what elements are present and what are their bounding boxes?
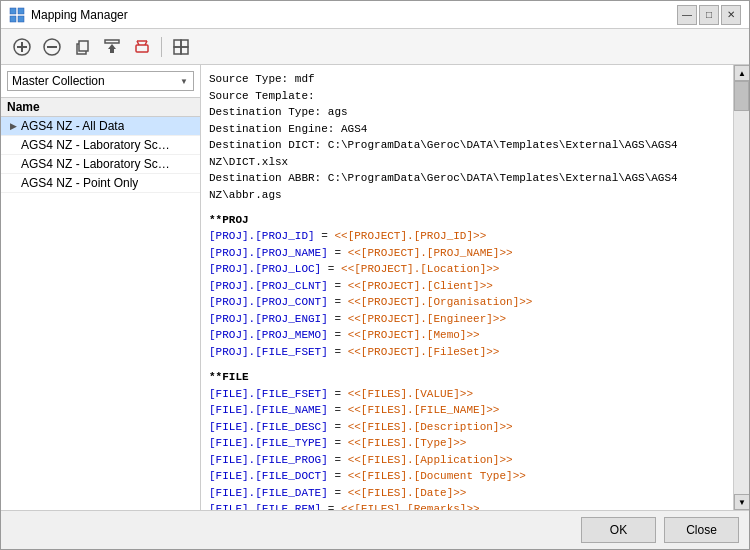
svg-rect-0 bbox=[10, 8, 16, 14]
footer: OK Close bbox=[1, 510, 749, 549]
mapping-eq: = bbox=[328, 454, 348, 466]
mapping-eq: = bbox=[328, 296, 348, 308]
content-line: [FILE].[FILE_FSET] = <<[FILES].[VALUE]>> bbox=[209, 386, 725, 403]
add-icon bbox=[13, 38, 31, 56]
mapping-val: <<[PROJECT].[Location]>> bbox=[341, 263, 499, 275]
scrollbar-thumb[interactable] bbox=[734, 81, 749, 111]
scrollbar-up-button[interactable]: ▲ bbox=[734, 65, 749, 81]
mapping-key: [FILE].[FILE_DATE] bbox=[209, 487, 328, 499]
tree-item-label: AGS4 NZ - Laboratory Sche... bbox=[21, 138, 171, 152]
tree-header-label: Name bbox=[7, 100, 40, 114]
import-button[interactable] bbox=[99, 34, 125, 60]
tree-expand-icon bbox=[7, 158, 19, 170]
title-bar-left: Mapping Manager bbox=[9, 7, 128, 23]
mapping-key: [PROJ].[PROJ_CONT] bbox=[209, 296, 328, 308]
ok-button[interactable]: OK bbox=[581, 517, 656, 543]
svg-rect-18 bbox=[174, 40, 181, 47]
tree-expand-icon bbox=[7, 177, 19, 189]
remove-button[interactable] bbox=[39, 34, 65, 60]
mapping-eq: = bbox=[328, 487, 348, 499]
svg-rect-1 bbox=[18, 8, 24, 14]
export-button[interactable] bbox=[168, 34, 194, 60]
mapping-val: <<[FILES].[VALUE]>> bbox=[348, 388, 473, 400]
content-line: [FILE].[FILE_DESC] = <<[FILES].[Descript… bbox=[209, 419, 725, 436]
mapping-key: [FILE].[FILE_NAME] bbox=[209, 404, 328, 416]
mapping-key: [FILE].[FILE_TYPE] bbox=[209, 437, 328, 449]
content-line: [PROJ].[PROJ_LOC] = <<[PROJECT].[Locatio… bbox=[209, 261, 725, 278]
content-line: [FILE].[FILE_NAME] = <<[FILES].[FILE_NAM… bbox=[209, 402, 725, 419]
mapping-val: <<[FILES].[Description]>> bbox=[348, 421, 513, 433]
tree-header: Name bbox=[1, 98, 200, 117]
mapping-val: <<[FILES].[Type]>> bbox=[348, 437, 467, 449]
collection-select-wrapper: Master Collection bbox=[7, 71, 194, 91]
mapping-val: <<[PROJECT].[PROJ_ID]>> bbox=[334, 230, 486, 242]
add-button[interactable] bbox=[9, 34, 35, 60]
tree-item[interactable]: AGS4 NZ - Laboratory Sche... bbox=[1, 136, 200, 155]
mapping-key: [PROJ].[FILE_FSET] bbox=[209, 346, 328, 358]
mapping-val: <<[PROJECT].[Client]>> bbox=[348, 280, 493, 292]
clear-button[interactable] bbox=[129, 34, 155, 60]
svg-marker-12 bbox=[108, 44, 116, 49]
mapping-eq: = bbox=[328, 329, 348, 341]
mapping-eq: = bbox=[315, 230, 335, 242]
content-line: Source Type: mdf bbox=[209, 71, 725, 88]
svg-rect-21 bbox=[181, 47, 188, 54]
maximize-button[interactable]: □ bbox=[699, 5, 719, 25]
tree-item[interactable]: ▶AGS4 NZ - All Data bbox=[1, 117, 200, 136]
mapping-eq: = bbox=[328, 470, 348, 482]
title-bar-controls: — □ ✕ bbox=[677, 5, 741, 25]
content-line: [FILE].[FILE_REM] = <<[FILES].[Remarks]>… bbox=[209, 501, 725, 510]
mapping-val: <<[PROJECT].[Memo]>> bbox=[348, 329, 480, 341]
svg-rect-14 bbox=[136, 45, 148, 52]
content-line: Destination ABBR: C:\ProgramData\Geroc\D… bbox=[209, 170, 725, 203]
content-line: Destination Engine: AGS4 bbox=[209, 121, 725, 138]
mapping-eq: = bbox=[328, 346, 348, 358]
content-line: [FILE].[FILE_PROG] = <<[FILES].[Applicat… bbox=[209, 452, 725, 469]
mapping-eq: = bbox=[328, 247, 348, 259]
content-line bbox=[209, 203, 725, 212]
scrollbar[interactable]: ▲ ▼ bbox=[733, 65, 749, 510]
scrollbar-down-button[interactable]: ▼ bbox=[734, 494, 749, 510]
mapping-key: [PROJ].[PROJ_MEMO] bbox=[209, 329, 328, 341]
copy-button[interactable] bbox=[69, 34, 95, 60]
tree-item[interactable]: AGS4 NZ - Laboratory Sche... bbox=[1, 155, 200, 174]
mapping-val: <<[PROJECT].[FileSet]>> bbox=[348, 346, 500, 358]
scrollbar-track[interactable] bbox=[734, 81, 749, 494]
tree-items-container: ▶AGS4 NZ - All DataAGS4 NZ - Laboratory … bbox=[1, 117, 200, 193]
content-line: [FILE].[FILE_DATE] = <<[FILES].[Date]>> bbox=[209, 485, 725, 502]
tree-item-label: AGS4 NZ - Point Only bbox=[21, 176, 138, 190]
svg-rect-13 bbox=[110, 49, 114, 53]
mapping-val: <<[PROJECT].[Engineer]>> bbox=[348, 313, 506, 325]
content-line: [PROJ].[PROJ_NAME] = <<[PROJECT].[PROJ_N… bbox=[209, 245, 725, 262]
content-line: Destination DICT: C:\ProgramData\Geroc\D… bbox=[209, 137, 725, 170]
tree-item-label: AGS4 NZ - Laboratory Sche... bbox=[21, 157, 171, 171]
svg-rect-10 bbox=[79, 41, 88, 51]
tree-item-label: AGS4 NZ - All Data bbox=[21, 119, 124, 133]
collection-select[interactable]: Master Collection bbox=[7, 71, 194, 91]
content-line bbox=[209, 360, 725, 369]
mapping-eq: = bbox=[328, 421, 348, 433]
content-line: [PROJ].[PROJ_MEMO] = <<[PROJECT].[Memo]>… bbox=[209, 327, 725, 344]
mapping-val: <<[PROJECT].[PROJ_NAME]>> bbox=[348, 247, 513, 259]
mapping-val: <<[FILES].[Application]>> bbox=[348, 454, 513, 466]
svg-rect-20 bbox=[174, 47, 181, 54]
clear-icon bbox=[133, 38, 151, 56]
mapping-key: [PROJ].[PROJ_ENGI] bbox=[209, 313, 328, 325]
toolbar-separator bbox=[161, 37, 162, 57]
toolbar bbox=[1, 29, 749, 65]
svg-rect-2 bbox=[10, 16, 16, 22]
app-icon bbox=[9, 7, 25, 23]
close-button[interactable]: ✕ bbox=[721, 5, 741, 25]
window-title: Mapping Manager bbox=[31, 8, 128, 22]
tree-item[interactable]: AGS4 NZ - Point Only bbox=[1, 174, 200, 193]
content-area: Master Collection Name ▶AGS4 NZ - All Da… bbox=[1, 65, 749, 510]
close-footer-button[interactable]: Close bbox=[664, 517, 739, 543]
mapping-key: [FILE].[FILE_FSET] bbox=[209, 388, 328, 400]
mapping-eq: = bbox=[328, 437, 348, 449]
content-line: [PROJ].[FILE_FSET] = <<[PROJECT].[FileSe… bbox=[209, 344, 725, 361]
minimize-button[interactable]: — bbox=[677, 5, 697, 25]
svg-rect-19 bbox=[181, 40, 188, 47]
mapping-eq: = bbox=[321, 263, 341, 275]
content-line: [FILE].[FILE_TYPE] = <<[FILES].[Type]>> bbox=[209, 435, 725, 452]
tree-expand-icon bbox=[7, 139, 19, 151]
